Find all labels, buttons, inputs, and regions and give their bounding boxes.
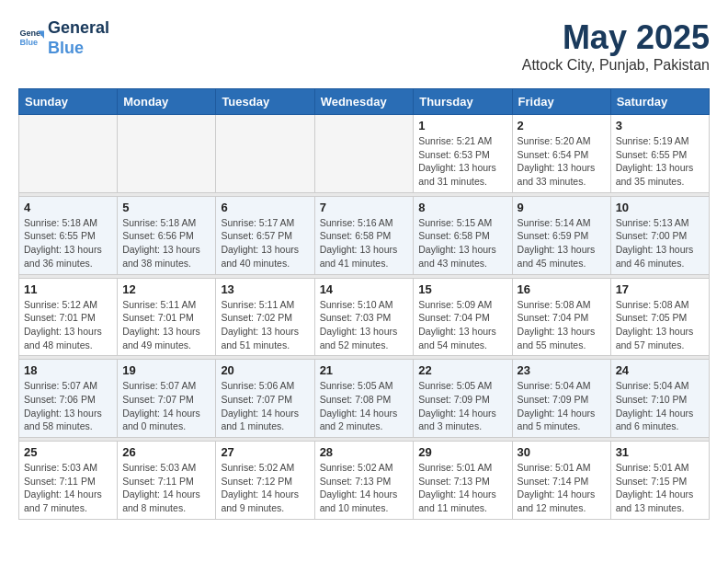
calendar-day-cell: 5Sunrise: 5:18 AMSunset: 6:56 PMDaylight… bbox=[118, 196, 216, 274]
day-info: Sunrise: 5:17 AMSunset: 6:57 PMDaylight:… bbox=[221, 216, 309, 270]
day-number: 29 bbox=[418, 445, 506, 459]
day-info: Sunrise: 5:09 AMSunset: 7:04 PMDaylight:… bbox=[418, 298, 506, 352]
day-info: Sunrise: 5:02 AMSunset: 7:12 PMDaylight:… bbox=[221, 461, 309, 515]
svg-text:Blue: Blue bbox=[19, 38, 38, 47]
calendar-day-cell: 9Sunrise: 5:14 AMSunset: 6:59 PMDaylight… bbox=[512, 196, 610, 274]
day-number: 28 bbox=[320, 445, 409, 459]
day-info: Sunrise: 5:04 AMSunset: 7:09 PMDaylight:… bbox=[518, 379, 606, 433]
calendar-day-cell bbox=[216, 115, 314, 193]
calendar-day-cell: 12Sunrise: 5:11 AMSunset: 7:01 PMDayligh… bbox=[118, 278, 216, 356]
day-info: Sunrise: 5:03 AMSunset: 7:11 PMDaylight:… bbox=[24, 461, 112, 515]
day-info: Sunrise: 5:01 AMSunset: 7:15 PMDaylight:… bbox=[616, 461, 704, 515]
day-info: Sunrise: 5:07 AMSunset: 7:06 PMDaylight:… bbox=[24, 379, 112, 433]
day-info: Sunrise: 5:01 AMSunset: 7:13 PMDaylight:… bbox=[418, 461, 506, 515]
header-wednesday: Wednesday bbox=[314, 89, 414, 115]
calendar-day-cell: 24Sunrise: 5:04 AMSunset: 7:10 PMDayligh… bbox=[610, 360, 709, 438]
day-number: 9 bbox=[518, 201, 606, 214]
calendar-day-cell: 11Sunrise: 5:12 AMSunset: 7:01 PMDayligh… bbox=[19, 278, 118, 356]
day-number: 31 bbox=[616, 445, 704, 459]
day-number: 13 bbox=[221, 282, 309, 296]
day-number: 27 bbox=[221, 445, 309, 459]
day-number: 7 bbox=[320, 201, 409, 214]
day-number: 8 bbox=[418, 201, 506, 214]
day-info: Sunrise: 5:05 AMSunset: 7:08 PMDaylight:… bbox=[320, 379, 409, 433]
day-number: 4 bbox=[24, 201, 112, 214]
day-info: Sunrise: 5:04 AMSunset: 7:10 PMDaylight:… bbox=[616, 379, 704, 433]
day-info: Sunrise: 5:11 AMSunset: 7:01 PMDaylight:… bbox=[122, 298, 210, 352]
calendar-day-cell bbox=[118, 115, 216, 193]
day-number: 26 bbox=[122, 445, 210, 459]
logo: General Blue General Blue bbox=[18, 18, 109, 58]
day-number: 14 bbox=[320, 282, 409, 296]
calendar-day-cell: 14Sunrise: 5:10 AMSunset: 7:03 PMDayligh… bbox=[314, 278, 414, 356]
calendar-day-cell bbox=[314, 115, 414, 193]
calendar-day-cell: 1Sunrise: 5:21 AMSunset: 6:53 PMDaylight… bbox=[414, 115, 512, 193]
day-info: Sunrise: 5:08 AMSunset: 7:05 PMDaylight:… bbox=[616, 298, 704, 352]
day-info: Sunrise: 5:01 AMSunset: 7:14 PMDaylight:… bbox=[518, 461, 606, 515]
day-info: Sunrise: 5:18 AMSunset: 6:55 PMDaylight:… bbox=[24, 216, 112, 270]
calendar-day-cell: 27Sunrise: 5:02 AMSunset: 7:12 PMDayligh… bbox=[216, 442, 314, 520]
calendar-day-cell: 25Sunrise: 5:03 AMSunset: 7:11 PMDayligh… bbox=[19, 442, 118, 520]
calendar-day-cell: 8Sunrise: 5:15 AMSunset: 6:58 PMDaylight… bbox=[414, 196, 512, 274]
header-tuesday: Tuesday bbox=[216, 89, 314, 115]
day-info: Sunrise: 5:03 AMSunset: 7:11 PMDaylight:… bbox=[122, 461, 210, 515]
calendar-day-cell: 17Sunrise: 5:08 AMSunset: 7:05 PMDayligh… bbox=[610, 278, 709, 356]
calendar-day-cell: 26Sunrise: 5:03 AMSunset: 7:11 PMDayligh… bbox=[118, 442, 216, 520]
calendar-header-row: Sunday Monday Tuesday Wednesday Thursday… bbox=[19, 89, 710, 115]
day-number: 24 bbox=[616, 363, 704, 377]
header-sunday: Sunday bbox=[19, 89, 118, 115]
calendar-day-cell: 31Sunrise: 5:01 AMSunset: 7:15 PMDayligh… bbox=[610, 442, 709, 520]
location: Attock City, Punjab, Pakistan bbox=[522, 57, 710, 74]
calendar-day-cell: 19Sunrise: 5:07 AMSunset: 7:07 PMDayligh… bbox=[118, 360, 216, 438]
day-info: Sunrise: 5:13 AMSunset: 7:00 PMDaylight:… bbox=[616, 216, 704, 270]
calendar-day-cell: 20Sunrise: 5:06 AMSunset: 7:07 PMDayligh… bbox=[216, 360, 314, 438]
day-info: Sunrise: 5:20 AMSunset: 6:54 PMDaylight:… bbox=[518, 134, 606, 189]
header: General Blue General Blue May 2025 Attoc… bbox=[18, 18, 710, 74]
day-info: Sunrise: 5:06 AMSunset: 7:07 PMDaylight:… bbox=[221, 379, 309, 433]
logo-text: General Blue bbox=[48, 18, 109, 58]
day-info: Sunrise: 5:21 AMSunset: 6:53 PMDaylight:… bbox=[418, 134, 506, 189]
day-info: Sunrise: 5:16 AMSunset: 6:58 PMDaylight:… bbox=[320, 216, 409, 270]
day-number: 15 bbox=[418, 282, 506, 296]
day-number: 22 bbox=[418, 363, 506, 377]
day-number: 25 bbox=[24, 445, 112, 459]
calendar-day-cell: 4Sunrise: 5:18 AMSunset: 6:55 PMDaylight… bbox=[19, 196, 118, 274]
calendar-day-cell: 30Sunrise: 5:01 AMSunset: 7:14 PMDayligh… bbox=[512, 442, 610, 520]
calendar-day-cell: 22Sunrise: 5:05 AMSunset: 7:09 PMDayligh… bbox=[414, 360, 512, 438]
day-info: Sunrise: 5:15 AMSunset: 6:58 PMDaylight:… bbox=[418, 216, 506, 270]
header-thursday: Thursday bbox=[414, 89, 512, 115]
day-info: Sunrise: 5:02 AMSunset: 7:13 PMDaylight:… bbox=[320, 461, 409, 515]
day-number: 10 bbox=[616, 201, 704, 214]
day-number: 18 bbox=[24, 363, 112, 377]
calendar-day-cell: 2Sunrise: 5:20 AMSunset: 6:54 PMDaylight… bbox=[512, 115, 610, 193]
day-number: 30 bbox=[518, 445, 606, 459]
calendar-week-row: 1Sunrise: 5:21 AMSunset: 6:53 PMDaylight… bbox=[19, 115, 710, 193]
day-info: Sunrise: 5:07 AMSunset: 7:07 PMDaylight:… bbox=[122, 379, 210, 433]
calendar-day-cell: 16Sunrise: 5:08 AMSunset: 7:04 PMDayligh… bbox=[512, 278, 610, 356]
calendar-day-cell: 10Sunrise: 5:13 AMSunset: 7:00 PMDayligh… bbox=[610, 196, 709, 274]
calendar-day-cell: 23Sunrise: 5:04 AMSunset: 7:09 PMDayligh… bbox=[512, 360, 610, 438]
day-info: Sunrise: 5:05 AMSunset: 7:09 PMDaylight:… bbox=[418, 379, 506, 433]
day-info: Sunrise: 5:12 AMSunset: 7:01 PMDaylight:… bbox=[24, 298, 112, 352]
day-number: 12 bbox=[122, 282, 210, 296]
day-info: Sunrise: 5:10 AMSunset: 7:03 PMDaylight:… bbox=[320, 298, 409, 352]
calendar-day-cell: 3Sunrise: 5:19 AMSunset: 6:55 PMDaylight… bbox=[610, 115, 709, 193]
header-saturday: Saturday bbox=[610, 89, 709, 115]
calendar-week-row: 18Sunrise: 5:07 AMSunset: 7:06 PMDayligh… bbox=[19, 360, 710, 438]
day-number: 16 bbox=[518, 282, 606, 296]
calendar-day-cell: 7Sunrise: 5:16 AMSunset: 6:58 PMDaylight… bbox=[314, 196, 414, 274]
day-number: 6 bbox=[221, 201, 309, 214]
calendar-day-cell: 18Sunrise: 5:07 AMSunset: 7:06 PMDayligh… bbox=[19, 360, 118, 438]
day-info: Sunrise: 5:08 AMSunset: 7:04 PMDaylight:… bbox=[518, 298, 606, 352]
day-info: Sunrise: 5:18 AMSunset: 6:56 PMDaylight:… bbox=[122, 216, 210, 270]
day-number: 3 bbox=[616, 119, 704, 132]
day-number: 23 bbox=[518, 363, 606, 377]
calendar-week-row: 4Sunrise: 5:18 AMSunset: 6:55 PMDaylight… bbox=[19, 196, 710, 274]
title-block: May 2025 Attock City, Punjab, Pakistan bbox=[522, 18, 710, 74]
page-container: General Blue General Blue May 2025 Attoc… bbox=[18, 18, 710, 520]
calendar-day-cell: 6Sunrise: 5:17 AMSunset: 6:57 PMDaylight… bbox=[216, 196, 314, 274]
day-number: 21 bbox=[320, 363, 409, 377]
calendar-day-cell: 29Sunrise: 5:01 AMSunset: 7:13 PMDayligh… bbox=[414, 442, 512, 520]
calendar-day-cell: 15Sunrise: 5:09 AMSunset: 7:04 PMDayligh… bbox=[414, 278, 512, 356]
calendar-day-cell: 13Sunrise: 5:11 AMSunset: 7:02 PMDayligh… bbox=[216, 278, 314, 356]
